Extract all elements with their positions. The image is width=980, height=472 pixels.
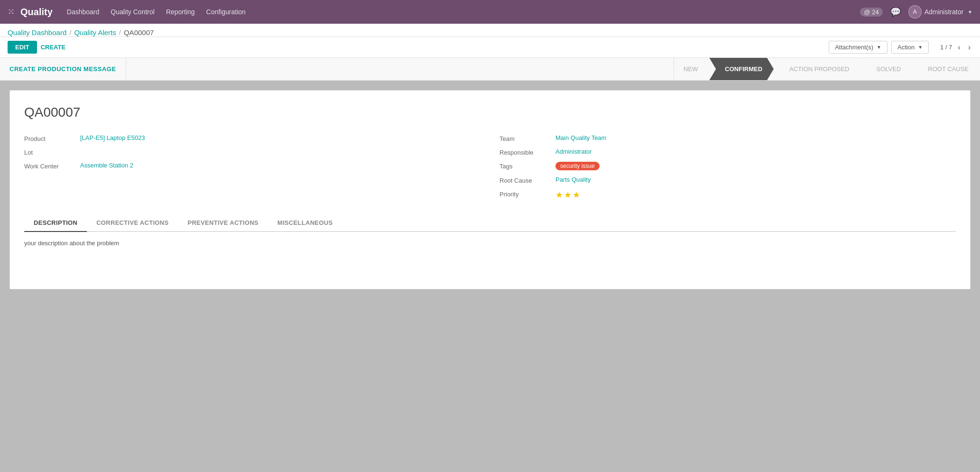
- form-row-root-cause: Root Cause Parts Quality: [499, 176, 956, 184]
- priority-label: Priority: [499, 190, 552, 198]
- root-cause-label: Root Cause: [499, 176, 552, 184]
- user-name: Administrator: [925, 8, 963, 16]
- notification-badge[interactable]: @ 24: [860, 8, 882, 17]
- attachments-label: Attachment(s): [835, 44, 873, 51]
- form-row-lot: Lot: [24, 148, 481, 156]
- topnav-right: @ 24 💬 A Administrator ▼: [860, 5, 972, 19]
- work-center-value[interactable]: Assemble Station 2: [80, 162, 133, 169]
- product-value[interactable]: [LAP-E5] Laptop E5023: [80, 134, 145, 141]
- create-button[interactable]: CREATE: [41, 44, 65, 51]
- responsible-label: Responsible: [499, 148, 552, 156]
- edit-button[interactable]: EDIT: [8, 41, 37, 54]
- chat-icon[interactable]: 💬: [890, 7, 901, 17]
- status-step-solved[interactable]: SOLVED: [861, 58, 913, 80]
- form-row-work-center: Work Center Assemble Station 2: [24, 162, 481, 170]
- nav-reporting[interactable]: Reporting: [166, 6, 195, 18]
- nav-links: Dashboard Quality Control Reporting Conf…: [67, 6, 860, 18]
- tab-preventive-actions[interactable]: PREVENTIVE ACTIONS: [178, 214, 268, 232]
- form-section-left: Product [LAP-E5] Laptop E5023 Lot Work C…: [24, 134, 481, 200]
- status-step-root-cause[interactable]: ROOT CAUSE: [912, 58, 980, 80]
- form-row-priority: Priority ★ ★ ★: [499, 190, 956, 200]
- attachments-dropdown-icon: ▼: [877, 45, 881, 50]
- user-menu[interactable]: A Administrator ▼: [908, 5, 972, 19]
- avatar: A: [908, 5, 922, 19]
- lot-label: Lot: [24, 148, 76, 156]
- breadcrumb-current: QA00007: [124, 28, 154, 37]
- star-1[interactable]: ★: [555, 190, 563, 200]
- pager-prev[interactable]: ‹: [956, 43, 962, 52]
- attachments-button[interactable]: Attachment(s) ▼: [829, 41, 888, 54]
- page-wrapper: QA00007 Product [LAP-E5] Laptop E5023 Lo…: [0, 81, 980, 458]
- status-step-solved-label: SOLVED: [877, 65, 901, 73]
- star-3[interactable]: ★: [573, 190, 580, 200]
- breadcrumb-quality-dashboard[interactable]: Quality Dashboard: [8, 28, 66, 37]
- brand-name: Quality: [20, 7, 53, 18]
- root-cause-value[interactable]: Parts Quality: [555, 176, 591, 183]
- tab-miscellaneous[interactable]: MISCELLANEOUS: [268, 214, 342, 232]
- star-2[interactable]: ★: [564, 190, 572, 200]
- top-navigation: ⁙ Quality Dashboard Quality Control Repo…: [0, 0, 980, 24]
- nav-dashboard[interactable]: Dashboard: [67, 6, 100, 18]
- description-text: your description about the problem: [24, 240, 119, 247]
- responsible-value[interactable]: Administrator: [555, 148, 592, 155]
- action-dropdown-icon: ▼: [918, 45, 923, 50]
- content-card: QA00007 Product [LAP-E5] Laptop E5023 Lo…: [9, 90, 971, 289]
- record-title: QA00007: [24, 105, 956, 120]
- status-bar: CREATE PRODUCTION MESSAGE NEW CONFIRMED …: [0, 58, 980, 81]
- apps-icon[interactable]: ⁙: [8, 7, 15, 17]
- priority-stars: ★ ★ ★: [555, 190, 580, 200]
- form-row-tags: Tags security issue: [499, 162, 956, 170]
- breadcrumb-sep-1: /: [69, 28, 71, 37]
- team-label: Team: [499, 134, 552, 142]
- status-step-action-proposed-label: ACTION PROPOSED: [789, 65, 849, 73]
- breadcrumb-quality-alerts[interactable]: Quality Alerts: [74, 28, 116, 37]
- tags-label: Tags: [499, 162, 552, 170]
- create-production-message-button[interactable]: CREATE PRODUCTION MESSAGE: [0, 58, 126, 80]
- action-label: Action: [897, 44, 915, 51]
- form-section-right: Team Main Quality Team Responsible Admin…: [499, 134, 956, 200]
- user-dropdown-arrow: ▼: [968, 9, 972, 15]
- action-button[interactable]: Action ▼: [891, 41, 929, 54]
- tab-description[interactable]: DESCRIPTION: [24, 214, 87, 232]
- status-steps: NEW CONFIRMED ACTION PROPOSED SOLVED ROO…: [674, 58, 980, 80]
- pager-next[interactable]: ›: [966, 43, 972, 52]
- status-step-action-proposed[interactable]: ACTION PROPOSED: [774, 58, 860, 80]
- status-step-new[interactable]: NEW: [674, 58, 709, 80]
- status-step-root-cause-label: ROOT CAUSE: [928, 65, 969, 73]
- status-step-confirmed[interactable]: CONFIRMED: [709, 58, 774, 80]
- breadcrumb-sep-2: /: [119, 28, 121, 37]
- tab-corrective-actions[interactable]: CORRECTIVE ACTIONS: [87, 214, 178, 232]
- status-step-confirmed-label: CONFIRMED: [725, 65, 762, 73]
- nav-configuration[interactable]: Configuration: [206, 6, 246, 18]
- form-row-responsible: Responsible Administrator: [499, 148, 956, 156]
- tags-value[interactable]: security issue: [555, 162, 600, 170]
- product-label: Product: [24, 134, 76, 142]
- status-step-new-label: NEW: [684, 65, 698, 73]
- action-bar: EDIT CREATE Attachment(s) ▼ Action ▼ 1 /…: [0, 37, 980, 58]
- form-row-product: Product [LAP-E5] Laptop E5023: [24, 134, 481, 142]
- breadcrumb: Quality Dashboard / Quality Alerts / QA0…: [0, 24, 980, 37]
- form-row-team: Team Main Quality Team: [499, 134, 956, 142]
- form-grid: Product [LAP-E5] Laptop E5023 Lot Work C…: [24, 134, 956, 200]
- pager: 1 / 7 ‹ ›: [940, 43, 972, 52]
- team-value[interactable]: Main Quality Team: [555, 134, 606, 141]
- pager-count: 1 / 7: [940, 44, 952, 51]
- tab-content-description: your description about the problem: [24, 232, 956, 270]
- tabs-bar: DESCRIPTION CORRECTIVE ACTIONS PREVENTIV…: [24, 214, 956, 232]
- nav-quality-control[interactable]: Quality Control: [111, 6, 155, 18]
- work-center-label: Work Center: [24, 162, 76, 170]
